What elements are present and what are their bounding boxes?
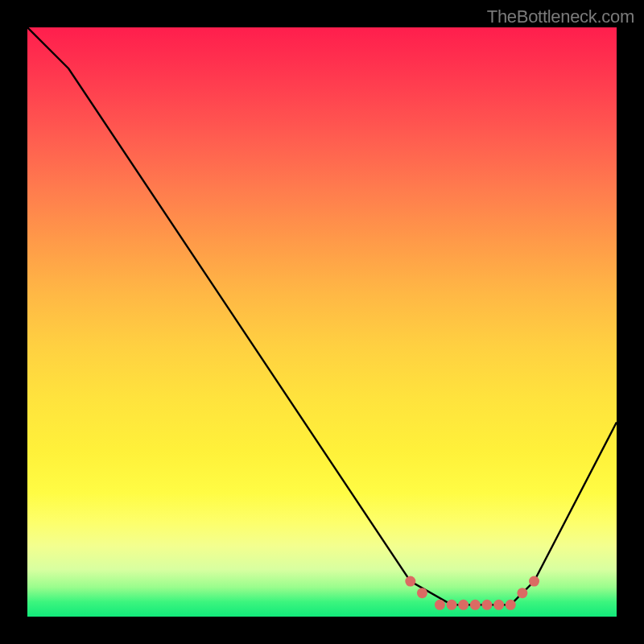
marker-dot (517, 588, 527, 598)
marker-dot (417, 588, 427, 598)
source-attribution: TheBottleneck.com (487, 6, 634, 27)
marker-dot (481, 600, 492, 610)
marker-dot (405, 576, 415, 587)
marker-dot (458, 600, 469, 610)
marker-dot (470, 600, 481, 610)
marker-dot (435, 600, 445, 610)
chart-container: TheBottleneck.com (0, 0, 644, 644)
plot-area (27, 27, 617, 617)
curve-line (27, 27, 617, 605)
marker-dot (506, 600, 516, 610)
marker-dot (529, 576, 539, 587)
marker-group (405, 576, 539, 610)
marker-dot (447, 600, 457, 610)
bottleneck-curve (27, 27, 617, 617)
marker-dot (493, 600, 504, 610)
